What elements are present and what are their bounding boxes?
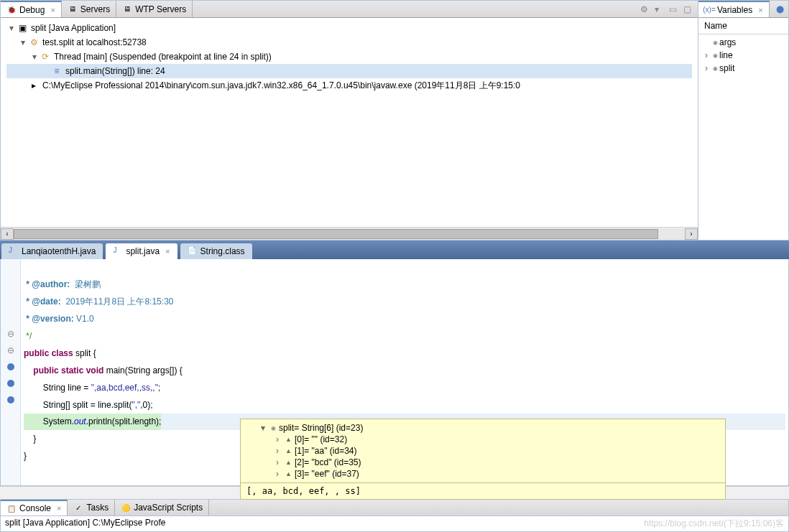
popup-item[interactable]: ›▲[3]= "eef" (id=37) (244, 468, 722, 480)
tab-label: WTP Servers (135, 4, 186, 14)
console-text: split [Java Application] C:\MyEclipse Pr… (5, 518, 165, 530)
popup-item[interactable]: ›▲[0]= "" (id=32) (244, 434, 722, 445)
popup-label: [3]= "eef" (id=37) (295, 469, 359, 479)
variable-item[interactable]: ◉ args (698, 36, 788, 49)
tab-js-scripts[interactable]: 🟡 JavaScript Scripts (115, 500, 209, 515)
brace: } (24, 451, 27, 461)
tab-label: Debug (19, 5, 45, 15)
expander-icon[interactable]: ▾ (6, 21, 17, 35)
tab-label: Console (19, 503, 51, 513)
array-elem-icon: ▲ (285, 470, 292, 477)
semicolon: ; (158, 383, 160, 393)
maximize-icon[interactable]: ▢ (683, 4, 693, 14)
field: out (74, 416, 86, 426)
tree-node-thread[interactable]: ▾ ⟳ Thread [main] (Suspended (breakpoint… (6, 50, 692, 64)
expander-icon[interactable]: › (701, 63, 711, 73)
node-label: test.split at localhost:52738 (42, 35, 147, 50)
tab-label: Tasks (86, 503, 109, 513)
bug-icon: 🐞 (6, 5, 17, 15)
tab-debug[interactable]: 🐞 Debug × (1, 1, 62, 17)
minimize-icon[interactable]: ▭ (669, 4, 679, 14)
tree-node-process[interactable]: ▾ ⚙ test.split at localhost:52738 (6, 35, 692, 50)
debug-view: 🐞 Debug × 🖥 Servers 🖥 WTP Servers ⚙ ▾ ▭ … (0, 0, 698, 241)
expander-icon[interactable]: › (272, 446, 282, 456)
fold-icon[interactable]: ⊖ (7, 345, 14, 355)
params: (String args[]) { (125, 365, 183, 375)
var-name: split (719, 63, 734, 73)
expander-icon[interactable]: › (272, 469, 282, 479)
tab-tasks[interactable]: ✓ Tasks (68, 500, 115, 515)
variables-list[interactable]: ◉ args › ◉ line › ◉ split (698, 34, 788, 240)
column-header-name[interactable]: Name (698, 18, 788, 34)
close-icon[interactable]: × (50, 6, 55, 14)
tab-label: LanqiaotenthH.java (22, 246, 96, 256)
doc-value: V1.0 (74, 314, 94, 324)
var-name: line (719, 50, 733, 60)
horizontal-scrollbar[interactable]: ‹ › (1, 227, 698, 240)
tab-label: split.java (126, 246, 160, 256)
close-icon[interactable]: × (57, 504, 61, 513)
variable-item[interactable]: › ◉ split (698, 62, 788, 75)
server-icon: 🖥 (122, 4, 132, 14)
tab-variables[interactable]: (x)= Variables × (698, 1, 770, 17)
expander-icon[interactable]: ▾ (29, 50, 40, 64)
tree-node-exe[interactable]: ▸ C:\MyEclipse Professional 2014\binary\… (6, 78, 692, 93)
expander-icon[interactable]: ▾ (18, 35, 28, 50)
doc-end: */ (24, 331, 32, 341)
stackframe-icon: ≡ (51, 64, 63, 78)
view-toolbar: ⚙ ▾ ▭ ▢ (640, 4, 698, 14)
thread-icon: ⟳ (40, 50, 51, 64)
method-name: main (106, 365, 125, 375)
doc-tag: * @date: (24, 297, 61, 307)
breakpoint-icon[interactable] (7, 363, 14, 370)
variables-tabs: (x)= Variables × ⬤ (698, 1, 788, 18)
tab-servers[interactable]: 🖥 Servers (62, 1, 116, 17)
scroll-thumb[interactable] (14, 229, 658, 239)
editor-tab[interactable]: J LanqiaotenthH.java (1, 243, 103, 259)
string-literal: ",aa,bcd,eef,,ss,," (91, 383, 158, 393)
close-icon[interactable]: × (165, 247, 170, 256)
debug-tree[interactable]: ▾ ▣ split [Java Application] ▾ ⚙ test.sp… (1, 18, 698, 227)
tree-node-app[interactable]: ▾ ▣ split [Java Application] (6, 21, 692, 35)
popup-item[interactable]: ›▲[1]= "aa" (id=34) (244, 445, 722, 457)
java-file-icon: J (9, 246, 19, 256)
menu-icon[interactable]: ▾ (655, 4, 665, 14)
tab-breakpoints[interactable]: ⬤ (770, 1, 789, 17)
editor-tab[interactable]: 📄 String.class (180, 243, 252, 259)
code-text: .println(split.length); (86, 416, 162, 426)
tab-label: String.class (200, 246, 245, 256)
breakpoint-icon[interactable] (7, 380, 14, 387)
popup-label: [0]= "" (id=32) (295, 434, 347, 444)
watermark-text: https://blog.csdn.net/(下拉9:15:06)客 (644, 518, 784, 530)
tab-console[interactable]: 📋 Console × (1, 500, 68, 515)
editor-tabs: J LanqiaotenthH.java J split.java × 📄 St… (0, 241, 789, 259)
code-text: String line = (24, 383, 91, 393)
var-name: args (719, 37, 736, 47)
popup-root[interactable]: ▾ ◉ split= String[6] (id=23) (244, 422, 722, 434)
scroll-track[interactable] (14, 228, 685, 240)
variables-icon: (x)= (704, 5, 714, 15)
popup-item[interactable]: ›▲[2]= "bcd" (id=35) (244, 457, 722, 468)
filter-icon[interactable]: ⚙ (640, 4, 650, 14)
variable-item[interactable]: › ◉ line (698, 49, 788, 62)
expander-icon[interactable]: › (701, 50, 711, 60)
expander-icon[interactable]: › (272, 457, 282, 467)
array-elem-icon: ▲ (285, 436, 292, 443)
expander-icon[interactable]: › (272, 434, 282, 444)
breakpoint-icon[interactable] (7, 396, 14, 403)
doc-tag: * @version: (24, 314, 74, 324)
brace: { (91, 348, 96, 358)
scroll-right-button[interactable]: › (685, 228, 698, 240)
editor-gutter[interactable]: ⊖ ⊖ (1, 259, 21, 485)
class-file-icon: 📄 (188, 246, 198, 256)
editor-tab[interactable]: J split.java × (106, 243, 177, 259)
close-icon[interactable]: × (758, 6, 762, 14)
fold-icon[interactable]: ⊖ (7, 329, 14, 339)
variables-view: (x)= Variables × ⬤ Name ◉ args › ◉ line … (698, 0, 789, 241)
tab-wtp-servers[interactable]: 🖥 WTP Servers (116, 1, 193, 17)
popup-content[interactable]: ▾ ◉ split= String[6] (id=23) ›▲[0]= "" (… (241, 419, 725, 482)
expander-icon[interactable]: ▾ (258, 423, 268, 433)
tasks-icon: ✓ (73, 503, 83, 513)
tree-node-frame[interactable]: ≡ split.main(String[]) line: 24 (6, 64, 692, 78)
scroll-left-button[interactable]: ‹ (1, 228, 14, 240)
